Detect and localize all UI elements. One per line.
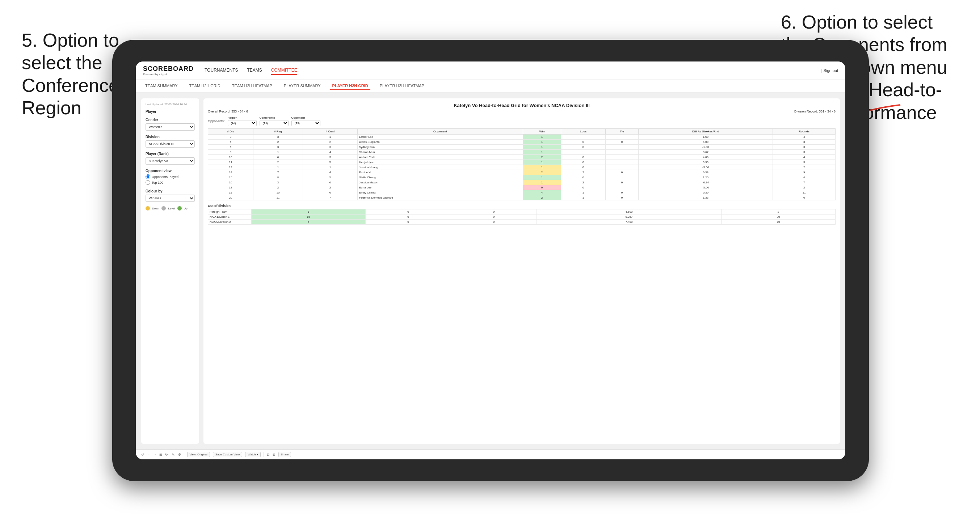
cell-win: 2 [523,170,561,175]
last-updated: Last Updated: 27/03/2024 10:34 [146,103,195,106]
table-row: 10 6 3 Andrea York 2 0 4.00 4 [208,155,835,160]
tablet: SCOREBOARD Powered by clippd TOURNAMENTS… [112,40,869,481]
cell-conf: 2 [303,140,358,145]
sub-nav: TEAM SUMMARY TEAM H2H GRID TEAM H2H HEAT… [136,80,845,93]
radio-top100[interactable]: Top 100 [146,180,195,185]
cell-reg: 1 [253,165,303,170]
cell-reg: 2 [253,140,303,145]
table-row: 19 10 6 Emily Chang 4 1 0 0.30 11 [208,190,835,195]
table-body: 3 3 1 Esther Lee 1 1.50 4 5 2 2 Alexis S… [208,135,835,200]
division-select[interactable]: NCAA Division III [146,140,195,148]
cell-diff: -3.00 [638,165,773,170]
filters-row: Opponents: Region (All) Conference (All) [208,116,835,126]
cell-win: 1 [523,150,561,155]
grid-records: Overall Record: 353 - 34 - 6 Division Re… [208,110,835,113]
toolbar-timer[interactable]: ⏱ [178,453,181,457]
cell-name: Sharon Mun [357,150,523,155]
tab-team-h2h-grid[interactable]: TEAM H2H GRID [187,82,223,90]
opponent-select[interactable]: (All) [291,120,320,126]
nav-bar: SCOREBOARD Powered by clippd TOURNAMENTS… [136,62,845,80]
tab-team-summary[interactable]: TEAM SUMMARY [143,82,180,90]
cell-name: Heejo Hyun [357,160,523,165]
tab-team-h2h-heatmap[interactable]: TEAM H2H HEATMAP [230,82,274,90]
cell-conf: 4 [303,150,358,155]
nav-items: TOURNAMENTS TEAMS COMMITTEE [205,66,811,75]
gender-select[interactable]: Women's [146,123,195,130]
nav-tournaments[interactable]: TOURNAMENTS [205,66,238,75]
colour-by-label: Colour by [146,189,195,193]
cell-win: 1 [523,135,561,140]
ood-diff: 9.267 [536,214,721,219]
cell-diff: 1.50 [638,135,773,140]
cell-conf: 7 [303,195,358,200]
cell-diff: 0.30 [638,190,773,195]
toolbar-fwd[interactable]: → [153,453,156,457]
cell-reg: 8 [253,175,303,180]
cell-div: 10 [208,155,253,160]
cell-reg: 3 [253,135,303,140]
colour-by-section: Colour by Win/loss [146,189,195,202]
logo-area: SCOREBOARD Powered by clippd [143,65,194,76]
left-panel: Last Updated: 27/03/2024 10:34 Player Ge… [141,98,199,444]
cell-loss: 2 [561,180,606,185]
ood-loss: 0 [365,210,451,214]
cell-name: Emily Chang [357,190,523,195]
tab-player-h2h-grid[interactable]: PLAYER H2H GRID [330,82,370,90]
nav-committee[interactable]: COMMITTEE [271,66,297,75]
logo-text: SCOREBOARD [143,65,194,73]
player-rank-select[interactable]: 8. Katelyn Vo [146,157,195,165]
cell-win: 0 [523,185,561,190]
cell-tie [606,150,639,155]
grid-title: Katelyn Vo Head-to-Head Grid for Women's… [208,103,835,108]
conference-select[interactable]: (All) [259,120,288,126]
cell-loss: 2 [561,170,606,175]
out-of-division-label: Out of division [208,204,835,208]
sign-out[interactable]: | Sign out [821,68,838,73]
cell-rounds: 2 [773,185,835,190]
player-section: Player [146,110,195,114]
cell-reg: 1 [253,150,303,155]
cell-div: 16 [208,180,253,185]
share-btn[interactable]: Share [278,452,291,457]
tab-player-h2h-heatmap[interactable]: PLAYER H2H HEATMAP [378,82,426,90]
table-row: 18 2 2 Euna Lee 0 0 -5.00 2 [208,185,835,190]
save-custom-view-btn[interactable]: Save Custom View [213,452,242,457]
cell-div: 5 [208,140,253,145]
label-level: Level [168,207,175,210]
radio-opponents-played[interactable]: Opponents Played [146,175,195,179]
th-loss: Loss [561,129,606,135]
cell-win: 1 [523,165,561,170]
ood-tie: 0 [451,210,537,214]
ood-diff: 4.500 [536,210,721,214]
cell-reg: 2 [253,185,303,190]
nav-teams[interactable]: TEAMS [247,66,262,75]
cell-tie: 0 [606,180,639,185]
tab-player-summary[interactable]: PLAYER SUMMARY [282,82,323,90]
view-original-btn[interactable]: View: Original [187,452,210,457]
division-label: Division [146,135,195,139]
region-select[interactable]: (All) [228,120,257,126]
toolbar-icon2[interactable]: ⊠ [273,453,275,457]
table-row: 5 2 2 Alexis Sudjianto 1 0 0 4.00 3 [208,140,835,145]
gender-label: Gender [146,118,195,122]
toolbar-undo[interactable]: ↺ [141,453,144,457]
colour-by-select[interactable]: Win/loss [146,195,195,202]
overall-record: Overall Record: 353 - 34 - 6 [208,110,248,113]
opponent-label: Opponent [291,116,320,119]
cell-loss: 0 [561,140,606,145]
region-filter: Region (All) [228,116,257,126]
toolbar-back[interactable]: ← [147,453,150,457]
cell-reg: 11 [253,195,303,200]
ood-name: NAIA Division 1 [208,214,251,219]
toolbar-icon1[interactable]: ⊡ [267,453,270,457]
ood-rounds: 2 [722,210,835,214]
toolbar-refresh[interactable]: ↻· [165,453,169,457]
toolbar-grid[interactable]: ⊞ [159,453,162,457]
gender-section: Gender Women's [146,118,195,130]
cell-loss: 0 [561,145,606,150]
cell-loss [561,150,606,155]
watch-btn[interactable]: Watch ▾ [245,452,261,457]
toolbar-edit[interactable]: ✎ [172,453,175,457]
division-section: Division NCAA Division III [146,135,195,148]
table-row: 11 2 5 Heejo Hyun 1 0 3.33 3 [208,160,835,165]
